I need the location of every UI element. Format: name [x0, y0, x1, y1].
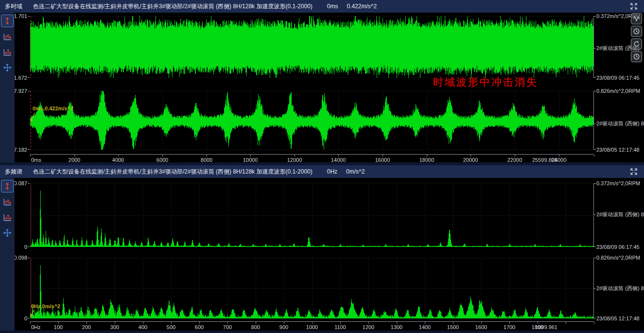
- cursor-y-readout: 0.422m/s^2: [347, 3, 377, 10]
- x-tick-mark: [425, 322, 425, 324]
- x-axis-label: 25599.805: [532, 157, 557, 163]
- single-cursor-tool[interactable]: [1, 15, 14, 27]
- y-tick-mark: [28, 258, 30, 258]
- x-tick-mark: [58, 322, 59, 324]
- annotation-impacts-missing: 时域波形中冲击消失: [433, 75, 538, 89]
- right-tick-mark: [594, 258, 596, 258]
- sideband-cursor-tool[interactable]: [1, 211, 14, 224]
- right-value-label: 0.826m/s^2,0RPM: [596, 88, 640, 94]
- x-axis-line: [30, 321, 594, 322]
- timestamp-label: 23/08/09 06:17:45: [596, 75, 640, 81]
- single-cursor-icon: [6, 18, 9, 24]
- measurement-path: 色连二矿大型设备在线监测/主斜井皮带机/主斜井3#驱动部/2#驱动滚筒 (西侧)…: [33, 2, 313, 11]
- x-axis-label: 1000: [306, 324, 318, 330]
- x-axis-label: 600: [195, 324, 204, 330]
- x-tick-mark: [284, 322, 284, 324]
- x-axis-label: 1700: [504, 324, 515, 330]
- x-tick-mark: [515, 155, 515, 157]
- sideband-cursor-icon: [5, 50, 11, 55]
- sideband-cursor-tool[interactable]: [1, 46, 14, 58]
- x-tick-mark: [509, 322, 510, 324]
- x-tick-mark: [207, 155, 207, 157]
- x-tick-mark: [30, 155, 31, 157]
- x-axis-label: 10000: [243, 157, 258, 163]
- timestamp-label: 23/08/05 12:17:48: [596, 315, 640, 321]
- x-tick-mark: [566, 322, 566, 324]
- harmonic-cursor-tool[interactable]: [1, 195, 14, 208]
- x-axis-label: 2000: [69, 157, 80, 163]
- channel-name-label: 2#驱动滚筒 (西侧) 8H: [596, 121, 644, 126]
- single-cursor-tool[interactable]: [1, 180, 14, 193]
- waveform-icon: [633, 17, 639, 21]
- x-tick-mark: [397, 322, 397, 324]
- x-tick-mark: [338, 155, 339, 157]
- right-tick-mark: [594, 318, 596, 318]
- harmonic-cursor-icon: [5, 35, 11, 39]
- right-tick-mark: [594, 288, 596, 289]
- right-tick-mark: [594, 246, 596, 247]
- pan-tool[interactable]: [1, 227, 14, 239]
- refresh-button[interactable]: [631, 38, 642, 50]
- waveform-button[interactable]: [631, 13, 642, 24]
- time-waveform-chart-1[interactable]: [30, 16, 594, 78]
- x-axis-label: 16000: [375, 157, 390, 163]
- pan-tool[interactable]: [1, 61, 14, 74]
- x-axis-label: 1999.961: [535, 324, 557, 330]
- timestamp-label: 23/08/05 12:17:48: [596, 147, 640, 153]
- expand-icon[interactable]: [628, 167, 639, 176]
- right-tick-mark: [594, 214, 596, 215]
- pan-icon: [4, 229, 11, 237]
- clock-button[interactable]: [631, 51, 642, 62]
- chart-toolbar: [631, 13, 642, 62]
- x-axis-label: 900: [279, 324, 288, 330]
- history-button[interactable]: [631, 26, 642, 37]
- x-tick-mark: [250, 155, 251, 157]
- x-axis-label: 8000: [201, 157, 212, 163]
- panel-mode-label: 多时域: [5, 2, 22, 11]
- x-axis-label: 300: [110, 324, 119, 330]
- x-axis-label: 1500: [447, 324, 459, 330]
- y-tick-mark: [28, 149, 30, 150]
- x-tick-mark: [199, 322, 200, 324]
- spectrum-plot-area: 0.08700.372m/s^2,0RPM2#驱动滚筒 (西侧) 8H23/08…: [0, 178, 644, 331]
- x-tick-mark: [30, 322, 31, 324]
- right-value-label: 0.372m/s^2,0RPM: [596, 180, 640, 186]
- right-tick-mark: [594, 91, 596, 91]
- x-axis-label: 1200: [363, 324, 374, 330]
- x-tick-mark: [171, 322, 172, 324]
- right-tick-mark: [594, 16, 596, 17]
- x-axis-label: 14000: [331, 157, 346, 163]
- x-tick-mark: [162, 155, 163, 157]
- panel-multi-spectrum: 多频谱 色连二矿大型设备在线监测/主斜井皮带机/主斜井3#驱动部/2#驱动滚筒 …: [0, 165, 644, 331]
- x-axis-label: 12000: [287, 157, 302, 163]
- cursor-x-readout: 0ms: [327, 3, 338, 10]
- x-axis-label: 0Hz: [31, 324, 41, 330]
- x-tick-mark: [340, 322, 341, 324]
- x-tick-mark: [481, 322, 482, 324]
- x-axis-label: 18000: [419, 157, 435, 163]
- x-tick-mark: [312, 322, 313, 324]
- time-waveform-chart-2[interactable]: [30, 91, 594, 150]
- channel-name-label: 2#驱动滚筒 (西侧) 8H: [596, 285, 644, 291]
- harmonic-cursor-tool[interactable]: [1, 30, 14, 43]
- x-tick-mark: [559, 155, 559, 157]
- panel-mode-label: 多频谱: [5, 168, 22, 176]
- x-axis-label: 1300: [391, 324, 402, 330]
- expand-icon[interactable]: [628, 1, 639, 11]
- time-plot-area: 1.701-1.6720.372m/s^2,0RPM2#驱动滚筒 (西侧)23/…: [0, 13, 644, 162]
- x-tick-mark: [256, 322, 256, 324]
- cursor-y-readout: 0m/s^2: [346, 168, 365, 175]
- x-tick-mark: [538, 322, 538, 324]
- measurement-path: 色连二矿大型设备在线监测/主斜井皮带机/主斜井3#驱动部/2#驱动滚筒 (西侧)…: [33, 168, 313, 176]
- cursor-note-arrow: [28, 309, 37, 318]
- harmonic-cursor-icon: [5, 200, 11, 205]
- spectrum-chart-1[interactable]: [30, 183, 594, 247]
- x-tick-mark: [594, 155, 594, 157]
- right-value-label: 0.826m/s^2,0RPM: [596, 255, 640, 261]
- sideband-cursor-icon: [5, 215, 11, 220]
- spectrum-panel-header: 多频谱 色连二矿大型设备在线监测/主斜井皮带机/主斜井3#驱动部/2#驱动滚筒 …: [0, 165, 644, 178]
- spectrum-chart-2[interactable]: [30, 258, 594, 318]
- x-tick-mark: [427, 155, 427, 157]
- single-cursor-icon: [6, 183, 9, 189]
- x-axis-label: 100: [54, 324, 63, 330]
